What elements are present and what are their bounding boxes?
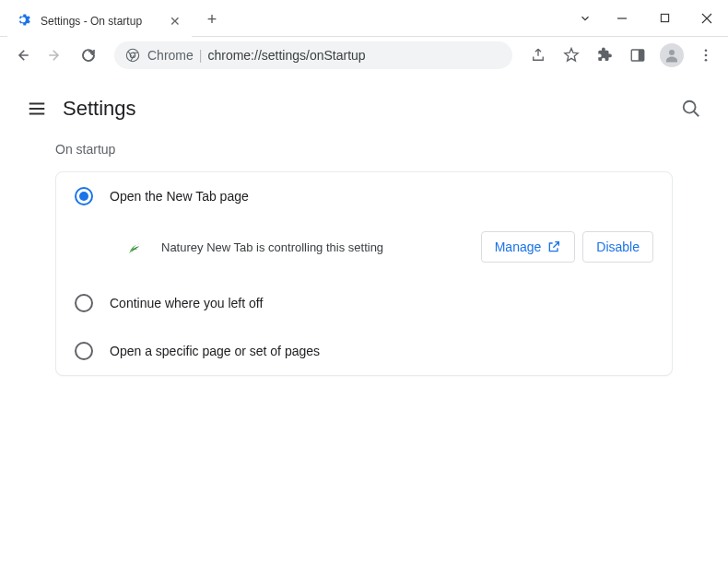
- window-titlebar: Settings - On startup ✕ +: [0, 0, 728, 37]
- svg-point-10: [684, 101, 696, 113]
- minimize-button[interactable]: [601, 3, 643, 34]
- address-bar[interactable]: Chrome | chrome://settings/onStartup: [114, 41, 512, 69]
- open-external-icon: [546, 240, 561, 254]
- svg-rect-5: [639, 50, 644, 61]
- maximize-button[interactable]: [643, 3, 686, 34]
- gear-icon: [18, 14, 33, 29]
- option-label: Continue where you left off: [110, 296, 263, 310]
- settings-content: On startup Open the New Tab page Naturey…: [0, 134, 728, 376]
- page-title: Settings: [63, 97, 136, 121]
- leaf-icon: [126, 238, 145, 256]
- window-close-button[interactable]: [686, 3, 728, 34]
- new-tab-button[interactable]: +: [199, 7, 225, 33]
- svg-rect-1: [661, 14, 668, 21]
- share-icon[interactable]: [523, 41, 553, 70]
- browser-tab[interactable]: Settings - On startup ✕: [7, 6, 192, 37]
- svg-point-6: [669, 50, 675, 55]
- disable-button[interactable]: Disable: [582, 231, 653, 263]
- extensions-icon[interactable]: [590, 41, 619, 70]
- back-button[interactable]: [7, 41, 37, 70]
- profile-avatar[interactable]: [660, 43, 684, 67]
- option-continue[interactable]: Continue where you left off: [56, 279, 672, 327]
- manage-button[interactable]: Manage: [481, 231, 576, 263]
- option-label: Open the New Tab page: [110, 189, 249, 204]
- forward-button[interactable]: [41, 41, 70, 70]
- tab-search-icon[interactable]: [569, 12, 601, 25]
- url-text: Chrome | chrome://settings/onStartup: [147, 48, 366, 63]
- close-tab-icon[interactable]: ✕: [168, 14, 182, 29]
- chrome-icon: [125, 48, 140, 63]
- svg-point-7: [705, 49, 708, 52]
- overflow-menu-icon[interactable]: [691, 41, 721, 70]
- radio-unchecked-icon[interactable]: [75, 342, 93, 360]
- search-icon[interactable]: [673, 90, 710, 127]
- window-controls: [569, 0, 728, 37]
- settings-header: Settings: [0, 83, 728, 134]
- browser-toolbar: Chrome | chrome://settings/onStartup: [0, 37, 728, 74]
- extension-message: Naturey New Tab is controlling this sett…: [161, 240, 464, 254]
- svg-point-9: [705, 59, 708, 62]
- hamburger-menu-icon[interactable]: [18, 90, 55, 127]
- tab-title: Settings - On startup: [41, 15, 160, 28]
- option-new-tab-page[interactable]: Open the New Tab page: [56, 172, 672, 220]
- svg-point-8: [705, 54, 708, 57]
- svg-point-2: [126, 49, 138, 61]
- svg-line-11: [694, 111, 699, 117]
- radio-checked-icon[interactable]: [75, 187, 93, 205]
- extension-control-row: Naturey New Tab is controlling this sett…: [56, 220, 672, 279]
- reload-button[interactable]: [74, 41, 103, 70]
- option-specific-pages[interactable]: Open a specific page or set of pages: [56, 327, 672, 375]
- option-label: Open a specific page or set of pages: [110, 344, 320, 358]
- sidepanel-icon[interactable]: [623, 41, 652, 70]
- bookmark-icon[interactable]: [557, 41, 586, 70]
- section-title: On startup: [55, 142, 673, 157]
- radio-unchecked-icon[interactable]: [75, 294, 93, 312]
- startup-card: Open the New Tab page Naturey New Tab is…: [55, 171, 673, 376]
